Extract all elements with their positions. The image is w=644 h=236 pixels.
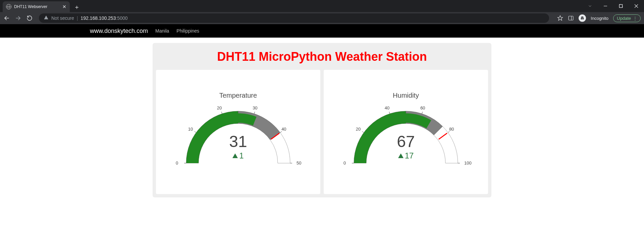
gauge-tick-label: 0 <box>343 160 346 166</box>
gauge-tick-label: 0 <box>176 160 178 166</box>
svg-rect-10 <box>569 16 574 20</box>
url-host: 192.168.100.253 <box>80 15 116 21</box>
dashboard-card: DHT11 MicroPython Weather Station Temper… <box>153 43 491 197</box>
url-port: :5000 <box>116 15 127 21</box>
gauge-title: Temperature <box>219 92 257 99</box>
kebab-icon: ⋮ <box>633 16 637 21</box>
minimize-button[interactable] <box>598 1 613 11</box>
page-title: DHT11 MicroPython Weather Station <box>156 50 488 64</box>
temperature-gauge: 31 1 01020304050 <box>173 100 304 167</box>
gauge-title: Humidity <box>393 92 419 99</box>
svg-line-20 <box>280 131 282 133</box>
site-brand[interactable]: www.donskytech.com <box>90 28 148 35</box>
gauge-tick-label: 40 <box>385 105 389 110</box>
not-secure-icon <box>44 15 49 21</box>
gauge-tick-label: 20 <box>217 105 222 110</box>
tab-title: DHT11 Webserver <box>14 4 60 9</box>
globe-icon <box>6 4 11 9</box>
svg-line-26 <box>422 112 423 114</box>
side-panel-icon[interactable] <box>568 15 574 21</box>
delta-up-icon <box>398 153 404 158</box>
gauge-tick-label: 40 <box>281 127 286 132</box>
toolbar-right: Incognito Update⋮ <box>554 14 641 22</box>
humidity-gauge: 67 17 020406080100 <box>340 100 471 167</box>
toolbar: Not secure | 192.168.100.253:5000 Incogn… <box>0 12 644 24</box>
back-button[interactable] <box>3 15 10 21</box>
gauge-tick-label: 20 <box>356 127 361 132</box>
gauge-tick-label: 100 <box>464 160 472 166</box>
url-text: 192.168.100.253:5000 <box>80 15 127 21</box>
gauge-tick-label: 30 <box>253 105 257 110</box>
incognito-icon[interactable] <box>579 14 586 22</box>
separator: | <box>77 15 78 21</box>
gauge-tick-label: 80 <box>449 127 454 132</box>
delta-up-icon <box>232 153 238 158</box>
gauge-row: Temperature 31 1 01020304050 Humidity 67… <box>156 70 488 194</box>
svg-line-17 <box>195 131 196 133</box>
gauge-tick-label: 60 <box>420 105 425 110</box>
incognito-label: Incognito <box>591 16 608 21</box>
bookmark-icon[interactable] <box>557 15 563 21</box>
gauge-tick-label: 10 <box>188 127 193 132</box>
gauge-delta: 17 <box>340 151 471 160</box>
not-secure-label: Not secure <box>51 15 74 21</box>
temperature-panel: Temperature 31 1 01020304050 <box>156 70 320 194</box>
update-button[interactable]: Update⋮ <box>613 14 641 22</box>
new-tab-button[interactable]: ＋ <box>74 4 80 10</box>
nav-link-philippines[interactable]: Philippines <box>176 28 199 34</box>
gauge-tick-label: 50 <box>297 160 301 166</box>
update-label: Update <box>617 16 631 21</box>
address-bar[interactable]: Not secure | 192.168.100.253:5000 <box>39 13 549 23</box>
svg-line-24 <box>362 131 364 133</box>
svg-point-13 <box>583 18 584 19</box>
tab-search-button[interactable] <box>582 1 598 11</box>
svg-rect-3 <box>620 5 623 8</box>
svg-marker-9 <box>558 16 563 20</box>
delta-value: 1 <box>239 151 244 160</box>
tab-strip: DHT11 Webserver ✕ ＋ <box>0 0 644 12</box>
gauge-value: 67 <box>340 134 471 150</box>
svg-line-18 <box>221 112 222 114</box>
window-controls <box>582 0 644 12</box>
close-tab-icon[interactable]: ✕ <box>62 4 66 9</box>
gauge-value: 31 <box>173 134 304 150</box>
browser-tab[interactable]: DHT11 Webserver ✕ <box>3 1 70 12</box>
site-navbar: www.donskytech.com Manila Philippines <box>0 24 644 38</box>
svg-line-27 <box>448 131 449 133</box>
svg-line-19 <box>254 112 255 114</box>
humidity-panel: Humidity 67 17 020406080100 <box>324 70 488 194</box>
maximize-button[interactable] <box>613 1 629 11</box>
svg-point-12 <box>581 18 582 19</box>
delta-value: 17 <box>405 151 414 160</box>
reload-button[interactable] <box>26 15 33 21</box>
close-window-button[interactable] <box>629 1 644 11</box>
nav-link-manila[interactable]: Manila <box>155 28 169 34</box>
gauge-delta: 1 <box>173 151 304 160</box>
page-viewport[interactable]: www.donskytech.com Manila Philippines DH… <box>0 24 644 236</box>
forward-button[interactable] <box>15 15 21 21</box>
browser-chrome: DHT11 Webserver ✕ ＋ Not secure | 192.168… <box>0 0 644 24</box>
svg-line-25 <box>389 112 390 114</box>
